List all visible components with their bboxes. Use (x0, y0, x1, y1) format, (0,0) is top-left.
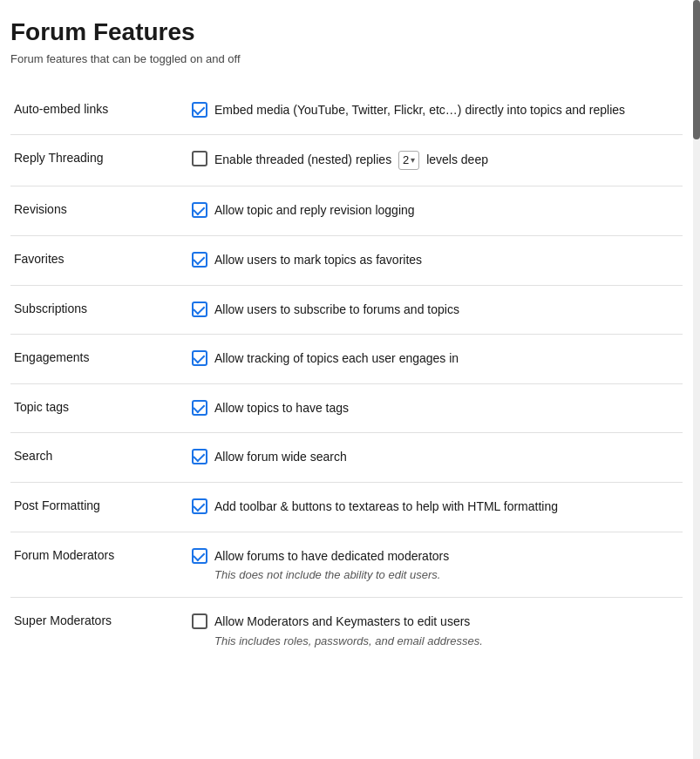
settings-table: Auto-embed linksEmbed media (YouTube, Tw… (10, 86, 683, 663)
dropdown-value: 2 (403, 152, 409, 168)
control-text-super-moderators: Allow Moderators and Keymasters to edit … (214, 613, 470, 631)
checkbox-subscriptions[interactable] (192, 302, 207, 317)
settings-row: RevisionsAllow topic and reply revision … (10, 186, 683, 236)
settings-row: SubscriptionsAllow users to subscribe to… (10, 285, 683, 335)
settings-row: Reply ThreadingEnable threaded (nested) … (10, 135, 683, 186)
control-note-super-moderators: This includes roles, passwords, and emai… (214, 634, 676, 647)
control-text-favorites: Allow users to mark topics as favorites (214, 252, 422, 269)
control-text-topic-tags: Allow topics to have tags (214, 400, 349, 417)
settings-row: Forum ModeratorsAllow forums to have ded… (10, 532, 683, 598)
setting-control-favorites: Allow users to mark topics as favorites (185, 235, 683, 285)
checkbox-engagements[interactable] (192, 350, 207, 366)
page-title: Forum Features (10, 17, 683, 47)
control-text-post-formatting: Add toolbar & buttons to textareas to he… (214, 498, 558, 516)
settings-row: FavoritesAllow users to mark topics as f… (10, 235, 683, 285)
setting-control-topic-tags: Allow topics to have tags (185, 383, 683, 433)
setting-control-search: Allow forum wide search (185, 433, 683, 483)
setting-label-reply-threading: Reply Threading (10, 135, 185, 186)
control-text-engagements: Allow tracking of topics each user engag… (214, 350, 459, 368)
dropdown-reply-threading[interactable]: 2▾ (398, 151, 419, 170)
setting-label-forum-moderators: Forum Moderators (10, 532, 185, 598)
setting-label-favorites: Favorites (10, 235, 185, 285)
setting-label-search: Search (10, 433, 185, 483)
settings-row: Post FormattingAdd toolbar & buttons to … (10, 482, 683, 532)
scrollbar[interactable] (693, 0, 700, 759)
page-container: Forum Features Forum features that can b… (0, 0, 700, 681)
checkbox-forum-moderators[interactable] (192, 548, 207, 564)
settings-row: EngagementsAllow tracking of topics each… (10, 335, 683, 384)
control-text-revisions: Allow topic and reply revision logging (214, 202, 415, 220)
checkbox-topic-tags[interactable] (192, 400, 207, 416)
setting-label-subscriptions: Subscriptions (10, 285, 185, 335)
setting-label-auto-embed: Auto-embed links (10, 86, 185, 135)
setting-label-post-formatting: Post Formatting (10, 482, 185, 532)
page-subtitle: Forum features that can be toggled on an… (10, 52, 683, 65)
setting-control-forum-moderators: Allow forums to have dedicated moderator… (185, 532, 683, 598)
settings-row: Super ModeratorsAllow Moderators and Key… (10, 598, 683, 663)
control-note-forum-moderators: This does not include the ability to edi… (214, 568, 676, 581)
control-text-search: Allow forum wide search (214, 449, 347, 466)
setting-control-reply-threading: Enable threaded (nested) replies 2▾ leve… (185, 135, 683, 186)
settings-row: Auto-embed linksEmbed media (YouTube, Tw… (10, 86, 683, 135)
dropdown-arrow-icon: ▾ (411, 154, 415, 166)
checkbox-search[interactable] (192, 449, 207, 464)
setting-control-engagements: Allow tracking of topics each user engag… (185, 335, 683, 384)
checkbox-reply-threading[interactable] (192, 151, 207, 166)
control-text-reply-threading: Enable threaded (nested) replies 2▾ leve… (214, 151, 488, 170)
scrollbar-thumb[interactable] (693, 0, 700, 139)
checkbox-super-moderators[interactable] (192, 613, 207, 629)
setting-label-super-moderators: Super Moderators (10, 598, 185, 663)
control-text-auto-embed: Embed media (YouTube, Twitter, Flickr, e… (214, 102, 625, 119)
checkbox-revisions[interactable] (192, 202, 207, 218)
setting-control-post-formatting: Add toolbar & buttons to textareas to he… (185, 482, 683, 532)
checkbox-auto-embed[interactable] (192, 102, 207, 118)
setting-control-revisions: Allow topic and reply revision logging (185, 186, 683, 236)
control-text-subscriptions: Allow users to subscribe to forums and t… (214, 302, 459, 319)
checkbox-favorites[interactable] (192, 252, 207, 268)
setting-label-engagements: Engagements (10, 335, 185, 384)
setting-control-auto-embed: Embed media (YouTube, Twitter, Flickr, e… (185, 86, 683, 135)
setting-control-super-moderators: Allow Moderators and Keymasters to edit … (185, 598, 683, 663)
setting-label-topic-tags: Topic tags (10, 383, 185, 433)
setting-control-subscriptions: Allow users to subscribe to forums and t… (185, 285, 683, 335)
setting-label-revisions: Revisions (10, 186, 185, 236)
checkbox-post-formatting[interactable] (192, 498, 207, 514)
control-text-forum-moderators: Allow forums to have dedicated moderator… (214, 548, 449, 566)
settings-row: SearchAllow forum wide search (10, 433, 683, 483)
settings-row: Topic tagsAllow topics to have tags (10, 383, 683, 433)
